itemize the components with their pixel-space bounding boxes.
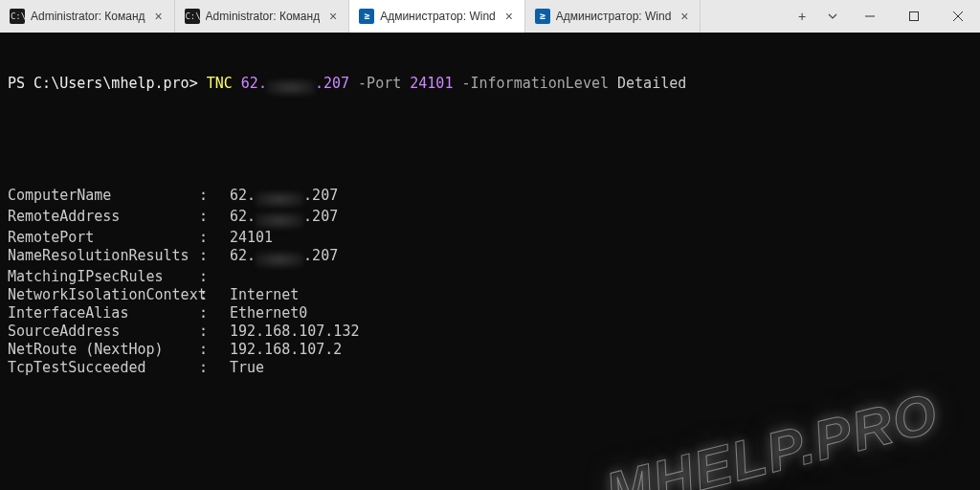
output-value: 62.xx xxx.207 [230, 187, 338, 208]
output-colon: : [199, 286, 230, 304]
output-colon: : [199, 323, 230, 341]
arg-port: 24101 [410, 75, 453, 92]
output-value: Internet [230, 286, 299, 304]
output-row: RemotePort: 24101 [8, 229, 972, 247]
output-key: ComputerName [8, 187, 199, 208]
output-row: SourceAddress: 192.168.107.132 [8, 323, 972, 341]
chevron-down-icon [828, 11, 837, 21]
maximize-icon [909, 11, 919, 21]
output-key: RemoteAddress [8, 208, 199, 229]
output-key: InterfaceAlias [8, 304, 199, 323]
output-row: NameResolutionResults: 62.xx xxx.207 [8, 247, 972, 268]
tabs-container: C:\Administrator: Команд×C:\Administrato… [0, 0, 787, 33]
censored-ip: xx xxx [256, 250, 303, 268]
output-value: 192.168.107.2 [230, 341, 342, 359]
output-value: 192.168.107.132 [230, 323, 359, 341]
output-row: RemoteAddress: 62.xx xxx.207 [8, 208, 972, 229]
output-value: 24101 [230, 229, 273, 247]
output-row: NetRoute (NextHop): 192.168.107.2 [8, 341, 972, 359]
close-button[interactable] [936, 0, 980, 33]
output-block: ComputerName: 62.xx xxx.207RemoteAddress… [8, 187, 972, 377]
titlebar: C:\Administrator: Команд×C:\Administrato… [0, 0, 980, 33]
close-icon [953, 11, 963, 21]
new-tab-button[interactable]: + [787, 0, 817, 33]
output-colon: : [199, 187, 230, 208]
censored-ip: xx xxx [267, 78, 315, 96]
param-port: -Port [358, 75, 401, 92]
tab-close-button[interactable]: × [501, 9, 517, 24]
prompt-prefix: PS [8, 75, 33, 92]
tab-close-button[interactable]: × [151, 9, 167, 24]
output-value: True [230, 359, 264, 377]
output-value: 62.xx xxx.207 [230, 247, 338, 268]
prompt-sep: > [189, 75, 207, 92]
prompt-line: PS C:\Users\mhelp.pro> TNC 62.xx xxx.207… [8, 75, 972, 96]
cmdlet: TNC [207, 75, 233, 92]
cmd-icon: C:\ [10, 9, 25, 24]
output-row: TcpTestSucceeded: True [8, 359, 972, 377]
svg-rect-1 [910, 12, 919, 21]
tab-2[interactable]: ≥Администратор: Wind× [349, 0, 525, 33]
output-colon: : [199, 247, 230, 268]
output-row: NetworkIsolationContext: Internet [8, 286, 972, 304]
output-value: 62.xx xxx.207 [230, 208, 338, 229]
output-colon: : [199, 268, 230, 286]
watermark: MHELP.PRO [605, 402, 939, 490]
tab-close-button[interactable]: × [325, 9, 341, 24]
output-key: NetRoute (NextHop) [8, 341, 199, 359]
output-key: RemotePort [8, 229, 199, 247]
window-controls [848, 0, 980, 33]
output-colon: : [199, 229, 230, 247]
censored-ip: xx xxx [256, 211, 303, 229]
param-info: -InformationLevel [461, 75, 609, 92]
arg-ip-pre: 62. [241, 75, 267, 92]
output-row: ComputerName: 62.xx xxx.207 [8, 187, 972, 208]
cmd-icon: C:\ [185, 9, 200, 24]
tab-3[interactable]: ≥Администратор: Wind× [525, 0, 702, 33]
tab-dropdown-button[interactable] [817, 0, 848, 33]
powershell-icon: ≥ [535, 9, 550, 24]
output-colon: : [199, 304, 230, 323]
powershell-icon: ≥ [359, 9, 374, 24]
tab-title: Administrator: Команд [206, 10, 321, 23]
minimize-icon [865, 11, 875, 21]
output-key: NameResolutionResults [8, 247, 199, 268]
terminal-pane[interactable]: PS C:\Users\mhelp.pro> TNC 62.xx xxx.207… [0, 33, 980, 490]
tab-title: Administrator: Команд [31, 10, 145, 23]
output-key: SourceAddress [8, 323, 199, 341]
output-key: NetworkIsolationContext [8, 286, 199, 304]
minimize-button[interactable] [848, 0, 892, 33]
output-key: TcpTestSucceeded [8, 359, 199, 377]
output-row: MatchingIPsecRules: [8, 268, 972, 286]
tab-title: Администратор: Wind [556, 10, 672, 23]
output-colon: : [199, 208, 230, 229]
censored-ip: xx xxx [256, 189, 303, 208]
tab-1[interactable]: C:\Administrator: Команд× [175, 0, 350, 33]
prompt-path: C:\Users\mhelp.pro [33, 75, 189, 92]
tab-0[interactable]: C:\Administrator: Команд× [0, 0, 175, 33]
output-value: Ethernet0 [230, 304, 307, 323]
output-key: MatchingIPsecRules [8, 268, 199, 286]
tab-title: Администратор: Wind [380, 10, 496, 23]
tab-close-button[interactable]: × [677, 9, 692, 24]
output-colon: : [199, 359, 230, 377]
arg-ip-post: .207 [315, 75, 349, 92]
arg-level: Detailed [617, 75, 686, 92]
maximize-button[interactable] [892, 0, 936, 33]
output-row: InterfaceAlias: Ethernet0 [8, 304, 972, 323]
output-colon: : [199, 341, 230, 359]
